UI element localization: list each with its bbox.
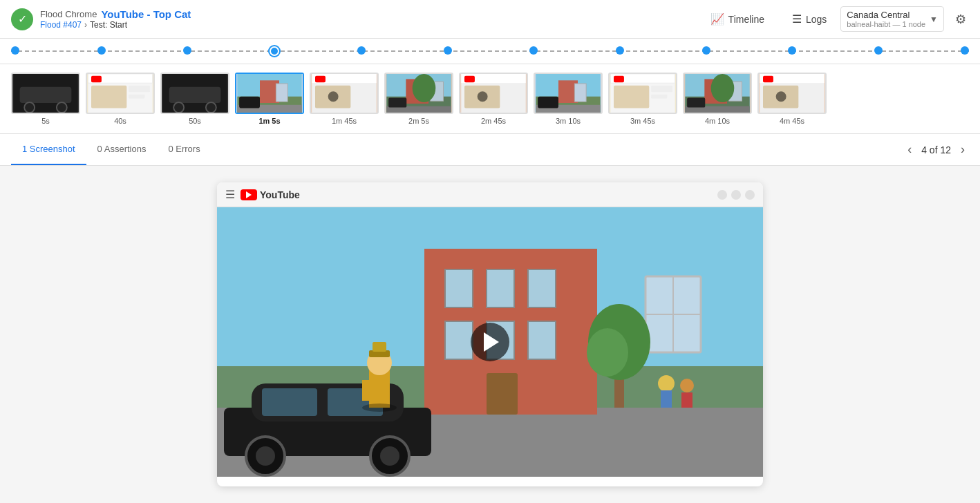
timeline-dot-5[interactable] — [444, 46, 452, 55]
video-area — [217, 207, 763, 477]
region-name-group: Canada Central balneal-haibt — 1 node — [847, 10, 925, 28]
timeline-dot-3[interactable] — [270, 46, 279, 56]
timeline-dots — [11, 46, 969, 56]
breadcrumb-current: Test: Start — [90, 20, 127, 30]
header-right: Canada Central balneal-haibt — 1 node ▼ … — [840, 6, 969, 32]
prev-page-button[interactable]: ‹ — [903, 140, 916, 160]
svg-rect-68 — [445, 321, 473, 359]
timeline-nav-item[interactable]: 📈 Timeline — [705, 10, 770, 28]
timeline-dot-7[interactable] — [616, 46, 624, 55]
tab-assertions[interactable]: 0 Assertions — [86, 134, 158, 165]
timeline-dot-1[interactable] — [97, 46, 106, 55]
timeline-dot-4[interactable] — [357, 46, 366, 55]
svg-rect-80 — [262, 388, 317, 416]
browser-menu-icon[interactable]: ☰ — [225, 188, 235, 201]
svg-rect-65 — [445, 269, 473, 307]
svg-rect-89 — [373, 342, 386, 352]
browser-dot-1 — [717, 190, 727, 200]
thumbnail-item[interactable]: 3m 45s — [608, 73, 677, 125]
thumbnail-image — [608, 73, 677, 114]
svg-point-92 — [658, 375, 675, 392]
tab-screenshot[interactable]: 1 Screenshot — [11, 134, 86, 165]
logs-icon: ☰ — [792, 12, 802, 26]
svg-rect-7 — [91, 86, 126, 108]
pagination-display: 4 of 12 — [921, 144, 951, 155]
svg-rect-46 — [614, 86, 649, 108]
svg-point-13 — [206, 102, 216, 113]
breadcrumb: Flood #407 › Test: Start — [40, 20, 191, 30]
breadcrumb-flood[interactable]: Flood #407 — [40, 20, 82, 30]
header-nav: 📈 Timeline ☰ Logs — [705, 10, 833, 28]
thumbnail-time-label: 4m 45s — [780, 117, 804, 125]
thumbnail-time-label: 1m 5s — [258, 117, 280, 125]
thumbnail-item[interactable]: 3m 10s — [534, 73, 603, 125]
thumbnail-time-label: 3m 10s — [556, 117, 581, 125]
browser-mockup: ☰ YouTube — [217, 182, 763, 486]
gear-icon: ⚙ — [955, 12, 966, 26]
svg-rect-47 — [651, 86, 672, 92]
thumbnail-time-label: 3m 45s — [630, 117, 655, 125]
thumbnail-item[interactable]: 4m 45s — [757, 73, 827, 125]
timeline-dot-2[interactable] — [183, 46, 191, 55]
timeline-icon: 📈 — [710, 12, 724, 26]
thumbnail-image — [310, 73, 379, 114]
svg-point-12 — [173, 102, 184, 113]
thumbnail-time-label: 2m 5s — [408, 117, 429, 125]
svg-point-30 — [413, 74, 436, 102]
svg-rect-45 — [614, 76, 624, 82]
svg-point-3 — [57, 102, 67, 113]
svg-rect-31 — [388, 98, 406, 108]
svg-rect-42 — [538, 97, 558, 108]
thumbnail-item[interactable]: 2m 5s — [384, 73, 453, 125]
timeline-dot-10[interactable] — [874, 46, 883, 55]
logs-label: Logs — [806, 14, 827, 25]
thumbnail-item[interactable]: 40s — [86, 73, 155, 125]
breadcrumb-sep: › — [84, 20, 87, 30]
thumbnail-item[interactable]: 50s — [160, 73, 229, 125]
region-sub: balneal-haibt — 1 node — [847, 20, 925, 28]
region-name: Canada Central — [847, 10, 925, 20]
thumbnail-item[interactable]: 1m 5s — [235, 73, 304, 125]
svg-point-24 — [328, 91, 339, 102]
thumbnail-item[interactable]: 5s — [11, 73, 80, 125]
svg-rect-71 — [487, 373, 518, 415]
thumbnail-item[interactable]: 1m 45s — [310, 73, 379, 125]
header-left: ✓ Flood Chrome YouTube - Top Cat Flood #… — [11, 8, 697, 30]
thumbnail-strip: 5s 40s 50s 1m 5s 1m 45s 2m 5s — [0, 64, 980, 134]
svg-rect-34 — [464, 76, 475, 82]
browser-dot-2 — [731, 190, 741, 200]
svg-rect-11 — [169, 87, 221, 103]
youtube-icon — [241, 189, 257, 200]
timeline-dot-6[interactable] — [529, 46, 538, 55]
svg-rect-58 — [763, 76, 773, 82]
timeline-dot-8[interactable] — [702, 46, 710, 55]
logs-nav-item[interactable]: ☰ Logs — [786, 10, 832, 28]
play-button[interactable] — [471, 323, 509, 361]
browser-dot-3 — [745, 190, 755, 200]
thumbnail-image — [235, 73, 304, 114]
svg-point-54 — [711, 74, 735, 102]
thumbnail-image — [757, 73, 827, 114]
tab-errors[interactable]: 0 Errors — [157, 134, 211, 165]
thumbnail-item[interactable]: 2m 45s — [459, 73, 528, 125]
thumbnail-time-label: 4m 10s — [705, 117, 730, 125]
app-header: ✓ Flood Chrome YouTube - Top Cat Flood #… — [0, 0, 980, 39]
svg-point-36 — [478, 91, 488, 102]
browser-dots — [717, 190, 755, 200]
settings-button[interactable]: ⚙ — [952, 9, 969, 30]
chevron-down-icon: ▼ — [930, 15, 938, 24]
svg-rect-9 — [129, 95, 144, 99]
timeline-dot-0[interactable] — [11, 46, 19, 55]
svg-point-77 — [587, 328, 628, 377]
svg-rect-1 — [20, 87, 72, 103]
thumbnail-item[interactable]: 4m 10s — [683, 73, 752, 125]
thumbnail-image — [459, 73, 528, 114]
svg-point-83 — [256, 446, 275, 466]
timeline-dot-11[interactable] — [961, 46, 969, 55]
region-selector[interactable]: Canada Central balneal-haibt — 1 node ▼ — [840, 6, 944, 32]
svg-point-94 — [680, 379, 694, 392]
timeline-dot-9[interactable] — [788, 46, 796, 55]
next-page-button[interactable]: › — [957, 140, 969, 160]
thumbnail-image — [683, 73, 752, 114]
thumbnail-image — [160, 73, 229, 114]
